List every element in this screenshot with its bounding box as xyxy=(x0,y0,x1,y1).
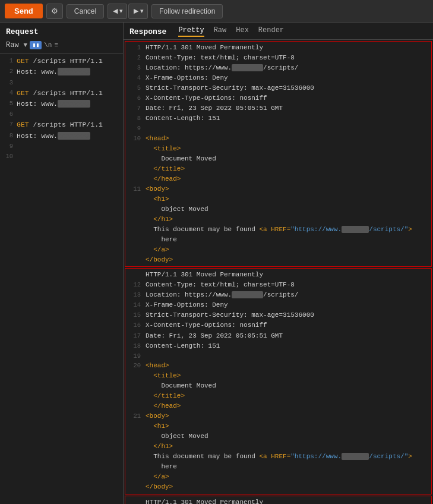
nav-back-button[interactable]: ◀ ▾ xyxy=(108,4,127,19)
response-tab-pretty[interactable]: Pretty xyxy=(178,26,204,37)
response-tab-hex[interactable]: Hex xyxy=(236,26,249,37)
response-line: </title> xyxy=(125,391,431,401)
line-number xyxy=(128,215,141,225)
line-number xyxy=(128,482,141,492)
response-content[interactable]: 1HTTP/1.1 301 Moved Permanently2Content-… xyxy=(124,40,433,504)
response-line: HTTP/1.1 301 Moved Permanently xyxy=(125,497,431,505)
line-number xyxy=(128,204,141,215)
response-tab-render[interactable]: Render xyxy=(258,26,284,37)
request-line: 2Host: www.XXXXXXXX xyxy=(0,67,123,77)
line-content: <head> xyxy=(146,134,169,144)
line-content: </head> xyxy=(146,401,181,411)
line-number: 4 xyxy=(2,88,13,99)
request-line: 5Host: www.XXXXXXXX xyxy=(0,99,123,109)
nav-forward-button[interactable]: ▶ ▾ xyxy=(128,4,148,19)
response-panel: Response PrettyRawHexRender 1HTTP/1.1 30… xyxy=(124,23,433,504)
response-line: 11<body> xyxy=(125,184,431,194)
line-number: 1 xyxy=(128,43,141,53)
gear-button[interactable]: ⚙ xyxy=(46,4,63,19)
response-tab-raw[interactable]: Raw xyxy=(214,26,227,37)
line-content: Object Moved xyxy=(146,204,208,215)
response-line: 9 xyxy=(125,124,431,133)
line-number xyxy=(128,255,141,265)
response-line: 2Content-Type: text/html; charset=UTF-8 xyxy=(125,53,431,63)
line-content: This document may be found <a HREF="http… xyxy=(146,452,412,462)
request-line: 10 xyxy=(0,152,123,162)
line-number xyxy=(128,270,141,280)
line-content: Date: Fri, 23 Sep 2022 05:05:51 GMT xyxy=(146,103,283,114)
line-number: 1 xyxy=(2,56,13,67)
response-line: 3Location: https://www. /scripts/ xyxy=(125,63,431,73)
response-header: Response PrettyRawHexRender xyxy=(124,23,433,40)
line-content: </body> xyxy=(146,255,173,265)
response-line: 19 xyxy=(125,351,431,361)
request-tabs: Raw ▼ ▮▮ \n ≡ xyxy=(0,39,123,53)
response-block: HTTP/1.1 301 Moved Permanently12Content-… xyxy=(125,268,432,494)
line-content: Location: https://www. /scripts/ xyxy=(146,63,298,73)
response-line: </title> xyxy=(125,164,431,174)
line-content: here xyxy=(146,235,177,245)
tab-dropdown-arrow[interactable]: ▼ xyxy=(24,42,28,49)
line-number: 14 xyxy=(128,300,141,310)
line-content: Strict-Transport-Security: max-age=31536… xyxy=(146,310,314,320)
response-line: Document Moved xyxy=(125,154,431,164)
line-number: 13 xyxy=(128,290,141,300)
response-line: 14X-Frame-Options: Deny xyxy=(125,300,431,310)
line-number xyxy=(128,462,141,472)
line-number: 18 xyxy=(128,341,141,351)
line-number: 4 xyxy=(128,73,141,83)
send-button[interactable]: Send xyxy=(5,4,43,18)
line-number: 6 xyxy=(128,93,141,103)
line-number: 12 xyxy=(128,280,141,290)
line-content: Strict-Transport-Security: max-age=31536… xyxy=(146,83,314,93)
cancel-button[interactable]: Cancel xyxy=(67,4,104,18)
line-number: 21 xyxy=(128,411,141,421)
response-line: here xyxy=(125,462,431,472)
line-content: This document may be found <a HREF="http… xyxy=(146,225,412,235)
tab-menu-icon[interactable]: ≡ xyxy=(54,42,58,49)
response-line: </h1> xyxy=(125,442,431,452)
response-line: </body> xyxy=(125,482,431,492)
line-content: GET /scripts HTTP/1.1 xyxy=(17,56,103,67)
line-content: Document Moved xyxy=(146,381,216,391)
line-number: 16 xyxy=(128,320,141,330)
line-content: Location: https://www. /scripts/ xyxy=(146,290,298,300)
line-content: Date: Fri, 23 Sep 2022 05:05:51 GMT xyxy=(146,331,283,341)
response-line: </h1> xyxy=(125,215,431,225)
line-content: <title> xyxy=(146,371,181,381)
follow-redirect-button[interactable]: Follow redirection xyxy=(151,4,223,18)
request-line: 7GET /scripts HTTP/1.1 xyxy=(0,119,123,130)
line-number xyxy=(128,497,141,505)
line-number xyxy=(128,245,141,255)
line-number xyxy=(128,164,141,174)
request-line: 4GET /scripts HTTP/1.1 xyxy=(0,88,123,99)
line-number: 17 xyxy=(128,331,141,341)
line-content: Content-Length: 151 xyxy=(146,114,220,124)
line-content: </h1> xyxy=(146,215,173,225)
line-number: 10 xyxy=(2,152,13,162)
tab-slash[interactable]: \n xyxy=(44,42,52,49)
line-number: 5 xyxy=(2,99,13,109)
tab-pretty-icon[interactable]: ▮▮ xyxy=(30,41,42,49)
line-content: X-Content-Type-Options: nosniff xyxy=(146,93,267,103)
line-number: 9 xyxy=(128,124,141,133)
response-line: 5Strict-Transport-Security: max-age=3153… xyxy=(125,83,431,93)
response-line: This document may be found <a HREF="http… xyxy=(125,225,431,235)
line-number xyxy=(128,442,141,452)
line-number xyxy=(128,194,141,204)
response-line: </body> xyxy=(125,255,431,265)
line-number xyxy=(128,452,141,462)
line-content: GET /scripts HTTP/1.1 xyxy=(17,119,103,130)
line-content: Host: www.XXXXXXXX xyxy=(17,131,90,141)
line-number: 2 xyxy=(2,67,13,77)
response-line: 18Content-Length: 151 xyxy=(125,341,431,351)
line-content: <body> xyxy=(146,411,169,421)
tab-raw[interactable]: Raw xyxy=(4,40,21,51)
response-line: 8Content-Length: 151 xyxy=(125,114,431,124)
line-number xyxy=(128,472,141,482)
line-number xyxy=(128,174,141,184)
line-number: 8 xyxy=(2,131,13,141)
line-content: X-Frame-Options: Deny xyxy=(146,300,228,310)
response-block: 1HTTP/1.1 301 Moved Permanently2Content-… xyxy=(125,41,432,267)
line-number xyxy=(128,371,141,381)
